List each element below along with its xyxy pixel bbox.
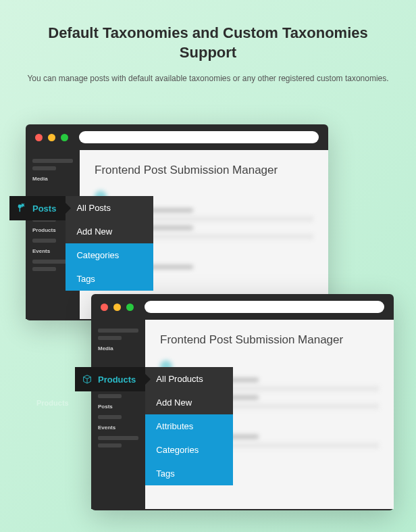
menu-item-all-products[interactable]: All Products — [145, 367, 233, 391]
flyout-tab-products[interactable]: Products — [75, 367, 145, 391]
header: Default Taxonomies and Custom Taxonomies… — [0, 0, 416, 98]
menu-item-attributes[interactable]: Attributes — [145, 414, 233, 438]
close-icon[interactable] — [101, 304, 108, 311]
sidebar-item-media[interactable]: Media — [91, 343, 145, 354]
titlebar — [91, 294, 394, 320]
titlebar — [26, 124, 328, 150]
minimize-icon[interactable] — [113, 304, 121, 311]
flyout-tab-label: Posts — [32, 203, 56, 214]
url-bar[interactable] — [145, 301, 384, 313]
maximize-icon[interactable] — [61, 134, 68, 141]
flyout-posts: Posts All Posts Add New Categories Tags — [9, 196, 153, 291]
page-subtitle: You can manage posts with default availa… — [27, 72, 389, 84]
flyout-tab-posts[interactable]: Posts — [9, 196, 66, 220]
sidebar-item-media[interactable]: Media — [26, 174, 80, 184]
sidebar-placeholder — [98, 336, 122, 340]
sidebar-placeholder — [32, 159, 73, 163]
url-bar[interactable] — [79, 131, 319, 143]
close-icon[interactable] — [35, 134, 43, 141]
flyout-menu: All Products Add New Attributes Categori… — [145, 367, 233, 485]
menu-item-all-posts[interactable]: All Posts — [66, 196, 153, 220]
menu-item-add-new[interactable]: Add New — [66, 220, 153, 243]
sidebar-placeholder — [98, 329, 138, 333]
box-icon — [82, 374, 93, 385]
flyout-menu: All Posts Add New Categories Tags — [66, 196, 153, 291]
maximize-icon[interactable] — [126, 304, 134, 311]
menu-item-categories[interactable]: Categories — [145, 438, 233, 462]
menu-item-tags[interactable]: Tags — [145, 462, 233, 485]
menu-item-add-new[interactable]: Add New — [145, 391, 233, 414]
ghost-label: Products — [36, 399, 69, 407]
flyout-products: Products All Products Add New Attributes… — [75, 367, 233, 485]
content-title: Frontend Post Submission Manager — [160, 333, 379, 347]
content-title: Frontend Post Submission Manager — [95, 164, 313, 177]
sidebar-placeholder — [32, 166, 56, 170]
pin-icon — [16, 203, 27, 214]
flyout-tab-label: Products — [98, 374, 136, 385]
menu-item-tags[interactable]: Tags — [66, 267, 153, 291]
page-title: Default Taxonomies and Custom Taxonomies… — [27, 24, 389, 62]
menu-item-categories[interactable]: Categories — [66, 243, 153, 267]
minimize-icon[interactable] — [48, 134, 55, 141]
